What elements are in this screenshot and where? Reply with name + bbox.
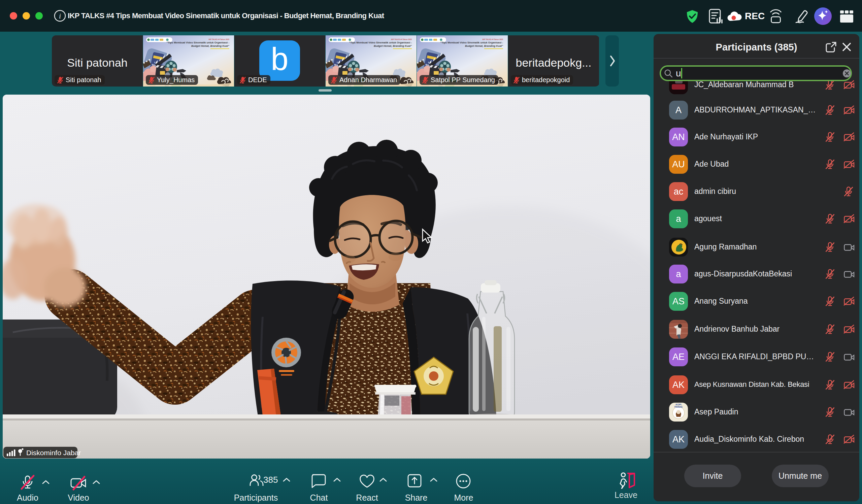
svg-text:i: i [59, 12, 61, 20]
svg-text:Diskominfo Jabar: Diskominfo Jabar [26, 449, 81, 456]
